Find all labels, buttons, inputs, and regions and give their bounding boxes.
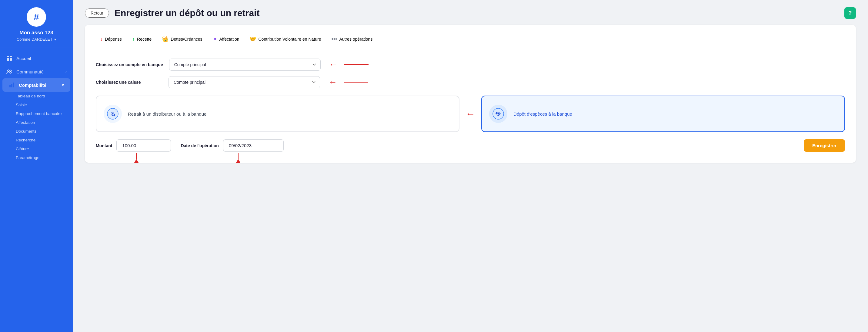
op-card-depot[interactable]: $ Dépôt d'espèces à la banque — [481, 95, 845, 132]
tab-autres-label: Autres opérations — [339, 37, 372, 42]
affectation-icon: ✦ — [213, 36, 217, 43]
bank-label: Choisissez un compte en banque — [96, 62, 163, 67]
cvn-icon: 🤝 — [249, 36, 256, 43]
svg-text:$: $ — [111, 111, 114, 117]
user-name: Corinne DARDELET — [17, 37, 53, 42]
bank-select[interactable]: Compte principal — [169, 59, 321, 71]
caisse-row: Choisissez une caisse Compte principal ← — [96, 76, 845, 88]
save-button[interactable]: Enregistrer — [804, 139, 845, 152]
chevron-down-icon2: ∨ — [62, 83, 64, 87]
user-row[interactable]: Corinne DARDELET ▾ — [17, 37, 56, 42]
sub-nav-recherche[interactable]: Recherche — [16, 136, 73, 144]
tab-autres[interactable]: ••• Autres opérations — [327, 34, 377, 45]
logo: # — [27, 7, 46, 27]
date-group: Date de l'opération — [181, 139, 283, 152]
sub-nav-saisie[interactable]: Saisie — [16, 101, 73, 109]
depense-icon: ↓ — [100, 36, 103, 43]
caisse-select[interactable]: Compte principal — [168, 76, 320, 88]
retrait-label: Retrait à un distributeur ou à la banque — [128, 111, 207, 116]
caisse-label: Choisissez une caisse — [96, 80, 162, 85]
sidebar-header: # Mon asso 123 Corinne DARDELET ▾ — [0, 0, 73, 48]
retrait-icon-container: $ — [104, 105, 122, 123]
tab-dettes[interactable]: 👑 Dettes/Créances — [158, 33, 207, 45]
tab-cvn[interactable]: 🤝 Contribution Volontaire en Nature — [245, 33, 325, 45]
logo-icon: # — [34, 11, 39, 23]
bank-arrow-annotation: ← — [329, 60, 338, 70]
operation-cards: $ Retrait à un distributeur ou à la banq… — [96, 95, 845, 132]
autres-icon: ••• — [332, 36, 337, 43]
sidebar-item-accueil[interactable]: Accueil — [0, 52, 73, 65]
tab-cvn-label: Contribution Volontaire en Nature — [258, 37, 321, 42]
svg-rect-1 — [10, 58, 12, 61]
page-header: Retour Enregistrer un dépôt ou un retrai… — [73, 0, 868, 25]
form-card: ↓ Dépense ↑ Recette 👑 Dettes/Créances ✦ … — [85, 25, 856, 163]
chevron-down-icon: ▾ — [54, 37, 56, 42]
sidebar-item-comptabilite-label: Comptabilité — [19, 83, 46, 88]
dettes-icon: 👑 — [162, 36, 168, 43]
date-arrow — [236, 153, 240, 163]
tab-affectation-label: Affectation — [219, 37, 240, 42]
sub-nav-documents[interactable]: Documents — [16, 127, 73, 136]
depot-label: Dépôt d'espèces à la banque — [514, 111, 572, 116]
caisse-arrow-annotation: ← — [329, 77, 337, 87]
svg-rect-3 — [10, 56, 12, 57]
chevron-right-icon: › — [65, 70, 67, 74]
retrait-svg-icon: $ — [107, 108, 119, 120]
sidebar-nav: Accueil Communauté › Comptabilité ∨ Tabl… — [0, 48, 73, 166]
svg-rect-2 — [7, 56, 9, 57]
tab-depense-label: Dépense — [105, 37, 122, 42]
svg-point-5 — [10, 70, 11, 72]
svg-point-4 — [7, 70, 9, 72]
sidebar-item-communaute[interactable]: Communauté › — [0, 65, 73, 78]
sub-nav-affectation[interactable]: Affectation — [16, 118, 73, 127]
date-input[interactable] — [223, 139, 284, 152]
cards-arrow-annotation: ← — [466, 95, 475, 132]
bank-row: Choisissez un compte en banque Compte pr… — [96, 59, 845, 71]
sidebar-item-comptabilite[interactable]: Comptabilité ∨ — [2, 78, 70, 92]
sidebar-item-accueil-label: Accueil — [17, 56, 31, 61]
tab-recette[interactable]: ↑ Recette — [128, 34, 156, 45]
sub-nav-tableau[interactable]: Tableau de bord — [16, 92, 73, 101]
help-button[interactable]: ? — [844, 7, 856, 19]
sidebar-item-communaute-label: Communauté — [17, 69, 44, 74]
montant-arrow — [134, 153, 138, 163]
community-icon — [6, 68, 13, 75]
montant-input[interactable] — [116, 139, 171, 152]
sub-nav-comptabilite: Tableau de bord Saisie Rapprochement ban… — [0, 92, 73, 162]
bottom-form: Montant Date de l'opération Enregistrer — [96, 139, 845, 152]
date-label: Date de l'opération — [181, 143, 218, 148]
tab-affectation[interactable]: ✦ Affectation — [209, 33, 244, 45]
sub-nav-rapprochement[interactable]: Rapprochement bancaire — [16, 109, 73, 118]
svg-rect-0 — [7, 58, 9, 61]
home-icon — [6, 55, 13, 61]
recette-icon: ↑ — [132, 36, 135, 43]
page-title: Enregistrer un dépôt ou un retrait — [115, 8, 839, 18]
depot-svg-icon: $ — [492, 108, 504, 120]
comptabilite-icon — [8, 82, 15, 88]
back-button[interactable]: Retour — [85, 8, 109, 18]
svg-rect-7 — [11, 84, 12, 87]
svg-rect-6 — [9, 85, 10, 87]
depot-icon-container: $ — [489, 105, 507, 123]
op-card-retrait[interactable]: $ Retrait à un distributeur ou à la banq… — [96, 95, 460, 132]
sub-nav-cloture[interactable]: Clôture — [16, 144, 73, 153]
sidebar: # Mon asso 123 Corinne DARDELET ▾ Accuei… — [0, 0, 73, 332]
tab-depense[interactable]: ↓ Dépense — [96, 34, 126, 45]
tab-dettes-label: Dettes/Créances — [170, 37, 202, 42]
tab-recette-label: Recette — [137, 37, 152, 42]
org-name: Mon asso 123 — [20, 30, 53, 36]
svg-text:$: $ — [497, 111, 500, 117]
svg-rect-8 — [13, 83, 14, 87]
main-content: Retour Enregistrer un dépôt ou un retrai… — [73, 0, 868, 332]
operation-tabs: ↓ Dépense ↑ Recette 👑 Dettes/Créances ✦ … — [96, 33, 845, 50]
montant-group: Montant — [96, 139, 171, 152]
sub-nav-parametrage[interactable]: Paramétrage — [16, 153, 73, 162]
montant-label: Montant — [96, 143, 112, 148]
